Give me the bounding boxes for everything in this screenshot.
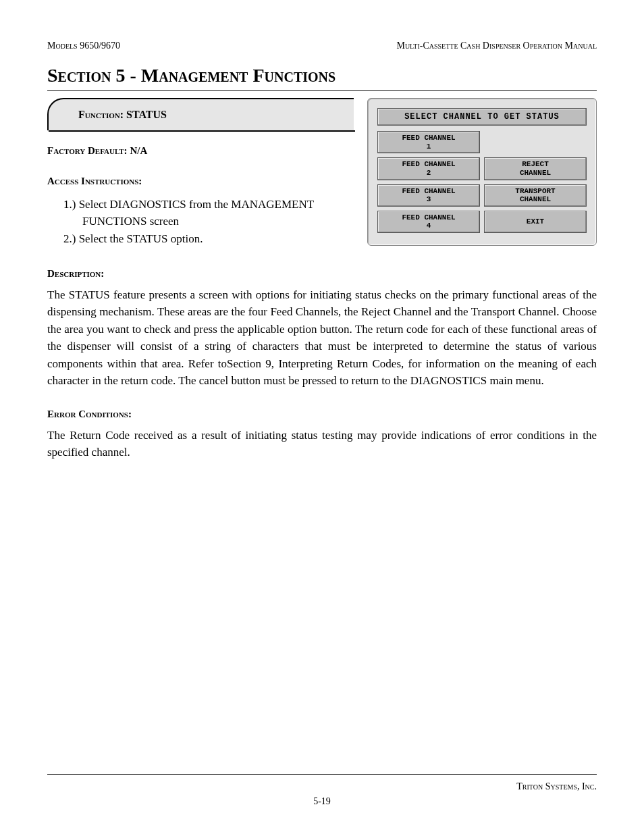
factory-default-label: Factory Default: — [47, 145, 128, 156]
description-text: The STATUS feature presents a screen wit… — [47, 286, 597, 390]
content-panel: Function: STATUS Factory Default: N/A Ac… — [47, 98, 597, 249]
instruction-item: 2.) Select the STATUS option. — [63, 231, 354, 248]
function-name: STATUS — [126, 109, 167, 120]
transport-channel-button[interactable]: TRANSPORT CHANNEL — [484, 184, 587, 207]
error-conditions-heading: Error Conditions: — [47, 409, 597, 420]
footer-rule — [47, 774, 597, 775]
factory-default-value: N/A — [130, 145, 147, 156]
page-header: Models 9650/9670 Multi-Cassette Cash Dis… — [47, 41, 597, 51]
function-label: Function: — [78, 109, 124, 120]
atm-screen-title: SELECT CHANNEL TO GET STATUS — [377, 108, 587, 126]
atm-screen: SELECT CHANNEL TO GET STATUS FEED CHANNE… — [367, 98, 597, 246]
footer-company: Triton Systems, Inc. — [516, 781, 597, 792]
feed-channel-4-button[interactable]: FEED CHANNEL 4 — [377, 211, 480, 233]
description-heading: Description: — [47, 268, 597, 280]
feed-channel-1-button[interactable]: FEED CHANNEL 1 — [377, 131, 480, 153]
page-number: 5-19 — [47, 796, 597, 807]
reject-channel-button[interactable]: REJECT CHANNEL — [484, 157, 587, 180]
section-rule — [47, 90, 597, 91]
header-left: Models 9650/9670 — [47, 41, 120, 51]
feed-channel-2-button[interactable]: FEED CHANNEL 2 — [377, 157, 480, 180]
section-title: Section 5 - Management Functions — [47, 65, 597, 86]
access-instructions: 1.) Select DIAGNOSTICS from the MANAGEME… — [47, 197, 354, 248]
function-box: Function: STATUS — [47, 98, 354, 130]
atm-blank-slot — [484, 131, 587, 153]
factory-default-row: Factory Default: N/A — [47, 145, 354, 157]
error-conditions-text: The Return Code received as a result of … — [47, 427, 597, 461]
instruction-item: 1.) Select DIAGNOSTICS from the MANAGEME… — [63, 197, 354, 230]
atm-button-grid: FEED CHANNEL 1 FEED CHANNEL 2 REJECT CHA… — [377, 131, 587, 233]
access-heading: Access Instructions: — [47, 176, 354, 187]
page-footer: Triton Systems, Inc. 5-19 — [47, 774, 597, 807]
header-right: Multi-Cassette Cash Dispenser Operation … — [396, 41, 597, 51]
feed-channel-3-button[interactable]: FEED CHANNEL 3 — [377, 184, 480, 207]
exit-button[interactable]: EXIT — [484, 211, 587, 233]
